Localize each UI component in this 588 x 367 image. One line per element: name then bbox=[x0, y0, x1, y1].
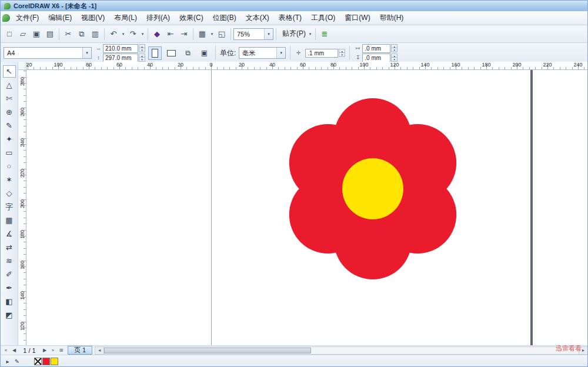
spin-down-icon[interactable]: ▾ bbox=[391, 58, 397, 62]
table-tool[interactable]: ▦ bbox=[3, 214, 16, 226]
color-eyedropper-tool[interactable]: ✐ bbox=[3, 268, 16, 281]
menu-view[interactable]: 视图(V) bbox=[76, 11, 109, 25]
save-button[interactable]: ▣ bbox=[30, 28, 43, 41]
spin-down-icon[interactable]: ▾ bbox=[339, 53, 345, 57]
zoom-tool[interactable]: ⊕ bbox=[3, 106, 16, 118]
redo-dropdown-icon[interactable]: ▾ bbox=[140, 28, 145, 41]
spin-up-icon[interactable]: ▴ bbox=[391, 44, 397, 48]
vertical-ruler[interactable]: 280260240220200180160140120 bbox=[18, 70, 26, 345]
pick-tool[interactable]: ↖ bbox=[3, 65, 16, 78]
paper-size-combo[interactable]: A4 ▾ bbox=[4, 47, 92, 59]
duplicate-y-field[interactable]: .0 mm bbox=[362, 54, 390, 62]
units-dropdown-icon[interactable]: ▾ bbox=[276, 48, 285, 58]
paper-size-dropdown-icon[interactable]: ▾ bbox=[82, 48, 91, 58]
fullscreen-preview-button[interactable]: ◱ bbox=[215, 28, 228, 41]
menu-text[interactable]: 文本(X) bbox=[241, 11, 274, 25]
snap-dropdown-icon[interactable]: ▾ bbox=[308, 28, 313, 41]
scrollbar-thumb[interactable] bbox=[104, 348, 311, 353]
menu-table[interactable]: 表格(T) bbox=[274, 11, 306, 25]
menu-file[interactable]: 文件(F) bbox=[11, 11, 44, 25]
application-launcher-dropdown-icon[interactable]: ▾ bbox=[209, 28, 215, 41]
duplicate-y-spinner[interactable]: ▴▾ bbox=[391, 54, 397, 62]
text-tool[interactable]: 字 bbox=[3, 201, 16, 213]
snap-to-dropdown[interactable]: 贴齐(P) bbox=[279, 29, 307, 39]
nudge-spinner[interactable]: ▴▾ bbox=[339, 49, 345, 57]
freehand-tool[interactable]: ✎ bbox=[3, 119, 16, 132]
horizontal-scrollbar[interactable]: ◂ ▸ bbox=[95, 346, 588, 355]
search-content-button[interactable]: ◆ bbox=[151, 28, 163, 41]
first-page-button[interactable]: « bbox=[2, 346, 10, 354]
palette-pen-icon[interactable]: ✎ bbox=[13, 358, 21, 366]
last-page-button[interactable]: » bbox=[49, 346, 57, 354]
menu-edit[interactable]: 编辑(E) bbox=[44, 11, 76, 25]
ruler-origin-button[interactable] bbox=[18, 62, 26, 70]
duplicate-x-spinner[interactable]: ▴▾ bbox=[391, 44, 397, 52]
new-document-button[interactable]: □ bbox=[3, 28, 16, 41]
undo-button[interactable]: ↶ bbox=[107, 28, 120, 41]
units-combo[interactable]: 毫米 ▾ bbox=[239, 47, 286, 59]
all-pages-button[interactable]: ⧉ bbox=[181, 46, 195, 60]
polygon-tool[interactable]: ✶ bbox=[3, 174, 16, 186]
title-bar[interactable]: CorelDRAW X6 - [未命名 -1] bbox=[1, 1, 587, 11]
spin-down-icon[interactable]: ▾ bbox=[139, 48, 145, 52]
outline-pen-tool[interactable]: ✒ bbox=[3, 282, 16, 294]
page-tab[interactable]: 页 1 bbox=[68, 346, 92, 355]
interactive-fill-tool[interactable]: ◩ bbox=[3, 309, 16, 321]
flower-drawing[interactable] bbox=[26, 70, 588, 345]
options-button[interactable]: ≣ bbox=[318, 28, 331, 41]
undo-dropdown-icon[interactable]: ▾ bbox=[121, 28, 126, 41]
no-color-swatch[interactable] bbox=[34, 358, 42, 365]
coreldraw-app-icon[interactable] bbox=[2, 14, 10, 22]
application-launcher-button[interactable]: ▦ bbox=[196, 28, 209, 41]
shape-tool[interactable]: △ bbox=[3, 79, 16, 91]
smart-fill-tool[interactable]: ✦ bbox=[3, 133, 16, 145]
portrait-button[interactable] bbox=[148, 46, 162, 60]
add-page-button[interactable]: ⊞ bbox=[57, 346, 65, 354]
export-button[interactable]: ⇥ bbox=[178, 28, 191, 41]
spin-up-icon[interactable]: ▴ bbox=[391, 54, 397, 58]
red-swatch[interactable] bbox=[42, 358, 50, 365]
current-page-button[interactable]: ▣ bbox=[198, 46, 211, 60]
nudge-field[interactable]: .1 mm bbox=[305, 49, 338, 58]
menu-tools[interactable]: 工具(O) bbox=[306, 11, 340, 25]
spin-down-icon[interactable]: ▾ bbox=[139, 58, 145, 62]
spin-down-icon[interactable]: ▾ bbox=[391, 48, 397, 52]
import-button[interactable]: ⇤ bbox=[164, 28, 177, 41]
flower-center[interactable] bbox=[342, 158, 403, 219]
cut-button[interactable]: ✂ bbox=[62, 28, 75, 41]
prev-page-button[interactable]: ◀ bbox=[10, 346, 18, 354]
zoom-dropdown-icon[interactable]: ▾ bbox=[264, 29, 273, 39]
page-width-spinner[interactable]: ▴▾ bbox=[139, 44, 145, 52]
fill-tool[interactable]: ◧ bbox=[3, 295, 16, 308]
copy-button[interactable]: ⧉ bbox=[75, 28, 88, 41]
duplicate-x-field[interactable]: .0 mm bbox=[362, 44, 390, 53]
scroll-left-icon[interactable]: ◂ bbox=[95, 347, 104, 354]
drawing-canvas[interactable] bbox=[26, 70, 588, 345]
paste-button[interactable]: ▥ bbox=[89, 28, 102, 41]
horizontal-ruler[interactable]: 1201008060402002040608010012014016018020… bbox=[26, 62, 588, 70]
landscape-button[interactable] bbox=[165, 46, 178, 60]
next-page-button[interactable]: ▶ bbox=[41, 346, 49, 354]
menu-effects[interactable]: 效果(C) bbox=[175, 11, 208, 25]
basic-shapes-tool[interactable]: ◇ bbox=[3, 187, 16, 199]
spin-up-icon[interactable]: ▴ bbox=[339, 49, 345, 53]
menu-window[interactable]: 窗口(W) bbox=[340, 11, 375, 25]
page-width-field[interactable]: 210.0 mm bbox=[103, 44, 138, 53]
menu-help[interactable]: 帮助(H) bbox=[375, 11, 409, 25]
blend-tool[interactable]: ≋ bbox=[3, 255, 16, 267]
spin-up-icon[interactable]: ▴ bbox=[139, 44, 145, 48]
crop-tool[interactable]: ✄ bbox=[3, 92, 16, 105]
menu-bitmaps[interactable]: 位图(B) bbox=[208, 11, 241, 25]
menu-arrange[interactable]: 排列(A) bbox=[142, 11, 175, 25]
yellow-swatch[interactable] bbox=[51, 358, 58, 365]
rectangle-tool[interactable]: ▭ bbox=[3, 146, 16, 159]
ellipse-tool[interactable]: ○ bbox=[3, 160, 16, 172]
redo-button[interactable]: ↷ bbox=[126, 28, 139, 41]
spin-up-icon[interactable]: ▴ bbox=[139, 54, 145, 58]
page-height-spinner[interactable]: ▴▾ bbox=[139, 54, 145, 62]
zoom-level-combo[interactable]: 75%▾ bbox=[233, 28, 273, 40]
menu-layout[interactable]: 布局(L) bbox=[109, 11, 142, 25]
dimension-tool[interactable]: ∡ bbox=[3, 228, 16, 240]
print-button[interactable]: ▤ bbox=[44, 28, 56, 41]
flyout-arrow-icon[interactable]: ▸ bbox=[4, 358, 12, 366]
